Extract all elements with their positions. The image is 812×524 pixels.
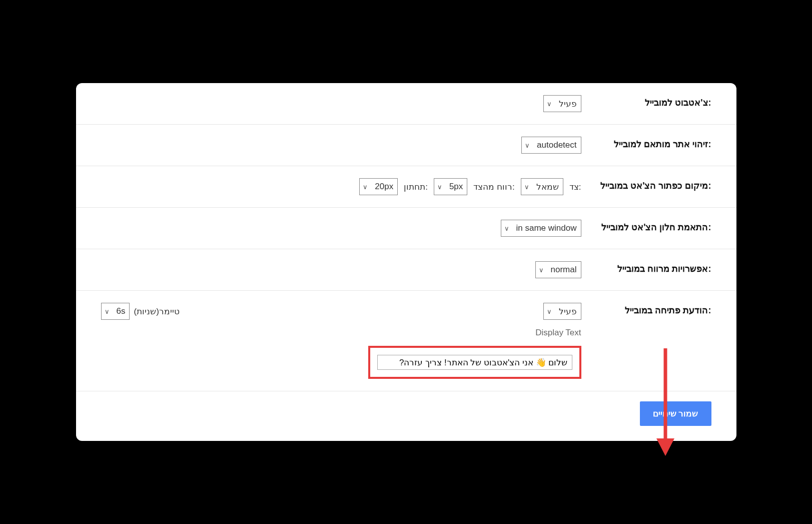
footer: שמור שינויים — [76, 391, 736, 441]
select-chat-window-fit[interactable]: in same window ∨ — [501, 220, 581, 237]
sublabel-bottom: תחתון: — [404, 182, 428, 192]
svg-marker-1 — [656, 438, 674, 456]
select-opening-active[interactable]: פעיל ∨ — [543, 303, 581, 320]
chevron-down-icon: ∨ — [437, 183, 442, 191]
save-button[interactable]: שמור שינויים — [640, 401, 711, 426]
label-chatbot-mobile: צ'אטבוט למובייל: — [581, 95, 711, 108]
row-button-position: מיקום כפתור הצ'אט במובייל: צד: שמאל ∨ רו… — [76, 166, 736, 208]
select-spacing-options[interactable]: normal ∨ — [535, 261, 581, 278]
settings-panel: צ'אטבוט למובייל: פעיל ∨ זיהוי אתר מותאם … — [76, 83, 736, 441]
label-button-position: מיקום כפתור הצ'אט במובייל: — [581, 178, 711, 191]
chevron-down-icon: ∨ — [547, 100, 552, 108]
sublabel-side: צד: — [569, 182, 581, 192]
row-mobile-site-detect: זיהוי אתר מותאם למובייל: autodetect ∨ — [76, 125, 736, 166]
row-chatbot-mobile: צ'אטבוט למובייל: פעיל ∨ — [76, 83, 736, 125]
row-opening-message: הודעת פתיחה במובייל: פעיל ∨ טיימר(שניות)… — [76, 291, 736, 391]
input-display-text[interactable] — [377, 355, 572, 370]
row-chat-window-fit: התאמת חלון הצ'אט למובייל: in same window… — [76, 208, 736, 249]
chevron-down-icon: ∨ — [524, 183, 529, 191]
chevron-down-icon: ∨ — [363, 183, 368, 191]
chevron-down-icon: ∨ — [504, 225, 509, 232]
chevron-down-icon: ∨ — [547, 308, 552, 315]
select-side[interactable]: שמאל ∨ — [521, 178, 563, 195]
label-spacing-options: אפשרויות מרווח במובייל: — [581, 261, 711, 274]
label-display-text: Display Text — [101, 328, 581, 338]
label-opening-message: הודעת פתיחה במובייל: — [581, 303, 711, 316]
timer-group: טיימר(שניות) 6s ∨ — [101, 303, 180, 320]
highlight-annotation — [368, 346, 581, 379]
chevron-down-icon: ∨ — [105, 308, 110, 315]
label-chat-window-fit: התאמת חלון הצ'אט למובייל: — [581, 220, 711, 233]
label-mobile-site-detect: זיהוי אתר מותאם למובייל: — [581, 137, 711, 150]
sublabel-timer: טיימר(שניות) — [134, 306, 179, 317]
chevron-down-icon: ∨ — [539, 266, 544, 274]
select-margin[interactable]: 5px ∨ — [434, 178, 467, 195]
select-timer[interactable]: 6s ∨ — [101, 303, 130, 320]
sublabel-margin: רווח מהצד: — [473, 182, 514, 192]
row-spacing-options: אפשרויות מרווח במובייל: normal ∨ — [76, 249, 736, 291]
select-bottom[interactable]: 20px ∨ — [359, 178, 398, 195]
select-mobile-site-detect[interactable]: autodetect ∨ — [521, 137, 581, 154]
select-chatbot-mobile[interactable]: פעיל ∨ — [543, 95, 581, 112]
chevron-down-icon: ∨ — [525, 142, 530, 149]
